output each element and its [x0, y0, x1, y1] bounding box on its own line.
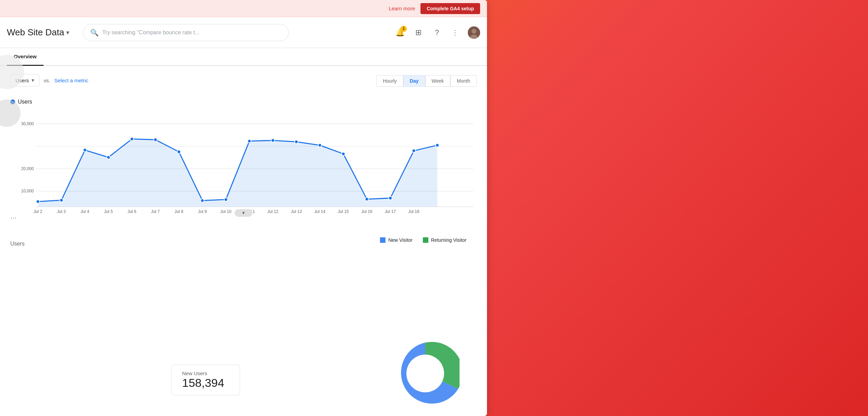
returning-visitor-color: [423, 237, 428, 243]
users-metric-label: Users: [10, 241, 380, 247]
time-period-controls: Hourly Day Week Month: [376, 75, 477, 87]
new-users-card-label: New Users: [182, 370, 229, 376]
hourly-button[interactable]: Hourly: [376, 75, 403, 87]
scroll-arrow-icon: ▼: [241, 211, 246, 215]
svg-text:10,000: 10,000: [21, 189, 34, 194]
svg-text:Jul 4: Jul 4: [81, 209, 90, 214]
header-actions: 🔔 1 ⊞ ? ⋮: [394, 26, 480, 39]
svg-text:Jul 12: Jul 12: [267, 209, 279, 214]
background-panel: [487, 0, 868, 416]
notification-bell[interactable]: 🔔 1: [394, 26, 406, 39]
chart-dot-8: [224, 198, 228, 201]
svg-text:Jul 8: Jul 8: [175, 209, 183, 214]
notification-badge: 1: [401, 26, 407, 32]
donut-chart-container: [391, 339, 460, 409]
vs-text: vs.: [44, 78, 50, 83]
svg-text:Jul 7: Jul 7: [151, 209, 160, 214]
bottom-right: New Visitor Returning Visitor: [380, 237, 477, 243]
chart-dot-0: [36, 200, 40, 203]
notification-bar: Learn more Complete GA4 setup: [0, 0, 487, 17]
returning-visitor-label: Returning Visitor: [431, 237, 466, 243]
search-icon: 🔍: [90, 28, 99, 37]
apps-grid-icon[interactable]: ⊞: [412, 26, 425, 39]
chart-container: 30,000 20,000 10,000: [10, 110, 477, 227]
chart-dot-1: [60, 199, 63, 202]
svg-text:30,000: 30,000: [21, 121, 34, 126]
chart-dot-12: [318, 143, 322, 147]
chart-dot-10: [271, 139, 275, 142]
svg-point-29: [406, 355, 444, 392]
content-area: Users ▾ vs. Select a metric Hourly Day W…: [0, 66, 487, 255]
svg-text:Jul 3: Jul 3: [57, 209, 66, 214]
chart-dot-15: [389, 197, 392, 200]
chart-dot-16: [412, 149, 416, 153]
main-panel: Learn more Complete GA4 setup Web Site D…: [0, 0, 487, 416]
chart-dot-14: [365, 198, 369, 201]
svg-text:Jul 9: Jul 9: [198, 209, 207, 214]
new-visitor-label: New Visitor: [388, 237, 413, 243]
new-users-value: 158,394: [182, 376, 229, 390]
svg-text:Jul 10: Jul 10: [221, 209, 232, 214]
chart-dot-9: [248, 139, 251, 143]
tab-bar: Overview: [0, 48, 487, 66]
site-title[interactable]: Web Site Data ▾: [7, 27, 69, 38]
chart-dot-17: [436, 143, 439, 147]
chart-more-button[interactable]: …: [10, 213, 16, 220]
users-metric-box: Users: [10, 241, 380, 247]
new-visitor-legend: New Visitor: [380, 237, 413, 243]
svg-text:Jul 18: Jul 18: [408, 209, 420, 214]
svg-point-1: [472, 29, 476, 34]
new-visitor-color: [380, 237, 385, 243]
chart-dot-2: [83, 148, 87, 152]
chart-dot-4: [130, 137, 134, 141]
search-placeholder-text: Try searching "Compare bounce rate t...: [102, 29, 199, 36]
select-metric-link[interactable]: Select a metric: [54, 78, 88, 83]
bottom-section: Users New Visitor Returning Visitor: [10, 234, 477, 247]
chart-dot-5: [154, 138, 157, 141]
chart-dot-13: [342, 152, 345, 156]
returning-visitor-legend: Returning Visitor: [423, 237, 466, 243]
day-button[interactable]: Day: [403, 75, 425, 87]
chart-dot-11: [295, 140, 298, 143]
svg-text:20,000: 20,000: [21, 166, 34, 171]
week-button[interactable]: Week: [425, 75, 451, 87]
help-icon[interactable]: ?: [431, 26, 443, 39]
blob-circle-large: [0, 55, 24, 89]
svg-text:Jul 6: Jul 6: [128, 209, 136, 214]
month-button[interactable]: Month: [450, 75, 477, 87]
svg-text:Jul 16: Jul 16: [361, 209, 373, 214]
svg-text:Jul 15: Jul 15: [338, 209, 349, 214]
chart-dot-7: [201, 199, 204, 202]
scroll-indicator[interactable]: ▼: [235, 209, 252, 217]
header: Web Site Data ▾ 🔍 Try searching "Compare…: [0, 17, 487, 48]
bottom-left: Users: [10, 237, 380, 247]
chart-legend: Users: [10, 99, 477, 105]
learn-more-link[interactable]: Learn more: [389, 5, 415, 11]
chart-dot-3: [107, 156, 110, 159]
svg-text:Jul 17: Jul 17: [385, 209, 396, 214]
chart-dot-6: [177, 150, 181, 154]
svg-text:Jul 14: Jul 14: [314, 209, 326, 214]
svg-text:Jul 5: Jul 5: [104, 209, 113, 214]
svg-text:Jul 13: Jul 13: [291, 209, 302, 214]
new-users-card: New Users 158,394: [171, 365, 240, 395]
site-dropdown-arrow: ▾: [66, 29, 69, 36]
more-options-icon[interactable]: ⋮: [449, 26, 462, 39]
site-title-text: Web Site Data: [7, 27, 64, 38]
complete-ga4-setup-button[interactable]: Complete GA4 setup: [420, 3, 480, 14]
search-bar[interactable]: 🔍 Try searching "Compare bounce rate t..…: [83, 24, 289, 41]
donut-chart-svg: [391, 339, 460, 408]
svg-text:Jul 2: Jul 2: [34, 209, 43, 214]
avatar[interactable]: [468, 26, 480, 39]
